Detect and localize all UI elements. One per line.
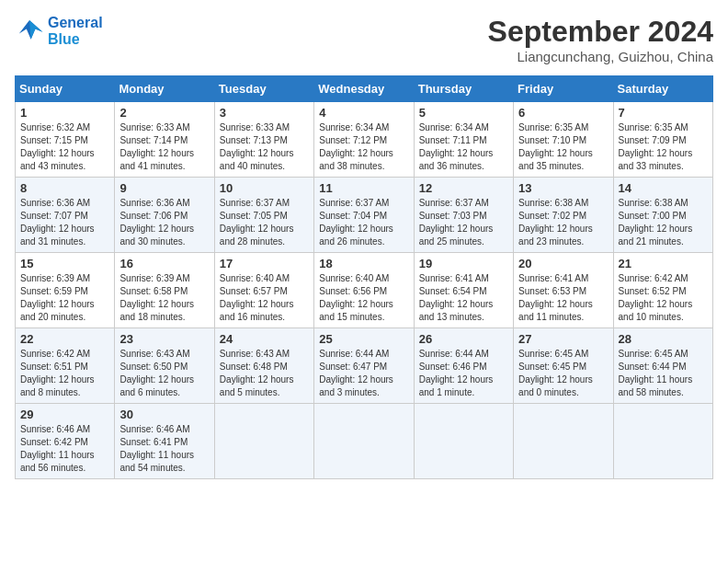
sunrise-label: Sunrise: 6:35 AM [518, 122, 588, 132]
day-info: Sunrise: 6:43 AM Sunset: 6:48 PM Dayligh… [220, 348, 309, 399]
sunset-label: Sunset: 7:05 PM [220, 211, 288, 221]
calendar-day: 27 Sunrise: 6:45 AM Sunset: 6:45 PM Dayl… [514, 328, 613, 404]
day-info: Sunrise: 6:43 AM Sunset: 6:50 PM Dayligh… [119, 348, 209, 399]
sunset-label: Sunset: 7:15 PM [20, 135, 88, 145]
calendar-day: 19 Sunrise: 6:41 AM Sunset: 6:54 PM Dayl… [414, 253, 513, 328]
sunrise-label: Sunrise: 6:42 AM [619, 273, 688, 283]
sunrise-label: Sunrise: 6:35 AM [619, 122, 688, 132]
header-friday: Friday [514, 76, 613, 102]
location-subtitle: Liangcunchang, Guizhou, China [488, 49, 713, 64]
calendar-day: 30 Sunrise: 6:46 AM Sunset: 6:41 PM Dayl… [115, 404, 214, 479]
calendar-day: 7 Sunrise: 6:35 AM Sunset: 7:09 PM Dayli… [613, 102, 712, 178]
sunrise-label: Sunrise: 6:40 AM [220, 273, 290, 283]
daylight-label: Daylight: 12 hours and 18 minutes. [119, 299, 194, 322]
daylight-label: Daylight: 12 hours and 38 minutes. [319, 148, 393, 171]
calendar-day: 8 Sunrise: 6:36 AM Sunset: 7:07 PM Dayli… [16, 178, 115, 253]
weekday-header-row: Sunday Monday Tuesday Wednesday Thursday… [16, 76, 713, 102]
sunrise-label: Sunrise: 6:42 AM [20, 349, 90, 359]
day-info: Sunrise: 6:38 AM Sunset: 7:00 PM Dayligh… [619, 197, 708, 248]
sunset-label: Sunset: 6:48 PM [220, 362, 288, 372]
sunset-label: Sunset: 6:47 PM [319, 362, 387, 372]
daylight-label: Daylight: 12 hours and 11 minutes. [518, 299, 593, 322]
day-info: Sunrise: 6:33 AM Sunset: 7:14 PM Dayligh… [119, 121, 209, 173]
day-info: Sunrise: 6:44 AM Sunset: 6:47 PM Dayligh… [319, 348, 408, 399]
day-number: 25 [319, 332, 408, 346]
daylight-label: Daylight: 12 hours and 20 minutes. [20, 299, 95, 322]
sunset-label: Sunset: 7:12 PM [319, 135, 387, 145]
day-info: Sunrise: 6:37 AM Sunset: 7:04 PM Dayligh… [319, 197, 408, 248]
day-number: 28 [619, 332, 708, 346]
day-number: 3 [220, 106, 309, 120]
calendar-day: 13 Sunrise: 6:38 AM Sunset: 7:02 PM Dayl… [514, 178, 613, 253]
sunset-label: Sunset: 6:42 PM [20, 437, 88, 447]
sunset-label: Sunset: 6:58 PM [119, 286, 188, 296]
day-number: 17 [220, 257, 309, 270]
logo-text: General Blue [48, 15, 103, 47]
daylight-label: Daylight: 11 hours and 54 minutes. [119, 450, 194, 473]
daylight-label: Daylight: 12 hours and 33 minutes. [619, 148, 693, 171]
sunset-label: Sunset: 6:56 PM [319, 286, 387, 296]
day-number: 27 [518, 332, 608, 346]
sunrise-label: Sunrise: 6:43 AM [119, 349, 189, 359]
day-info: Sunrise: 6:37 AM Sunset: 7:03 PM Dayligh… [419, 197, 508, 248]
header-thursday: Thursday [414, 76, 513, 102]
daylight-label: Daylight: 12 hours and 25 minutes. [419, 224, 494, 247]
month-title: September 2024 [488, 15, 713, 49]
calendar-day [414, 404, 513, 479]
calendar-day [613, 404, 712, 479]
sunrise-label: Sunrise: 6:43 AM [220, 349, 290, 359]
sunrise-label: Sunrise: 6:41 AM [419, 273, 489, 283]
day-info: Sunrise: 6:44 AM Sunset: 6:46 PM Dayligh… [419, 348, 508, 399]
day-info: Sunrise: 6:35 AM Sunset: 7:10 PM Dayligh… [518, 121, 608, 173]
daylight-label: Daylight: 12 hours and 10 minutes. [619, 299, 693, 322]
sunset-label: Sunset: 7:02 PM [518, 211, 586, 221]
day-number: 13 [518, 181, 608, 195]
calendar-day: 20 Sunrise: 6:41 AM Sunset: 6:53 PM Dayl… [514, 253, 613, 328]
calendar-week-row: 1 Sunrise: 6:32 AM Sunset: 7:15 PM Dayli… [16, 102, 713, 178]
sunset-label: Sunset: 6:41 PM [119, 437, 188, 447]
day-number: 9 [119, 181, 209, 195]
sunset-label: Sunset: 6:53 PM [518, 286, 586, 296]
calendar-day: 14 Sunrise: 6:38 AM Sunset: 7:00 PM Dayl… [613, 178, 712, 253]
sunset-label: Sunset: 7:14 PM [119, 135, 188, 145]
sunrise-label: Sunrise: 6:41 AM [518, 273, 588, 283]
sunset-label: Sunset: 7:09 PM [619, 135, 687, 145]
day-number: 1 [20, 106, 109, 120]
sunset-label: Sunset: 6:46 PM [419, 362, 487, 372]
day-number: 7 [619, 106, 708, 120]
daylight-label: Daylight: 12 hours and 21 minutes. [619, 224, 693, 247]
sunrise-label: Sunrise: 6:44 AM [319, 349, 389, 359]
day-number: 4 [319, 106, 408, 120]
day-info: Sunrise: 6:41 AM Sunset: 6:53 PM Dayligh… [518, 272, 608, 324]
calendar-week-row: 22 Sunrise: 6:42 AM Sunset: 6:51 PM Dayl… [16, 328, 713, 404]
sunrise-label: Sunrise: 6:38 AM [518, 198, 588, 208]
logo: General Blue [15, 15, 103, 47]
header-sunday: Sunday [16, 76, 115, 102]
day-info: Sunrise: 6:39 AM Sunset: 6:58 PM Dayligh… [119, 272, 209, 324]
calendar-day: 23 Sunrise: 6:43 AM Sunset: 6:50 PM Dayl… [115, 328, 214, 404]
day-number: 20 [518, 257, 608, 270]
sunset-label: Sunset: 7:10 PM [518, 135, 586, 145]
day-number: 10 [220, 181, 309, 195]
calendar-day: 5 Sunrise: 6:34 AM Sunset: 7:11 PM Dayli… [414, 102, 513, 178]
sunset-label: Sunset: 6:59 PM [20, 286, 88, 296]
day-number: 5 [419, 106, 508, 120]
calendar-day: 6 Sunrise: 6:35 AM Sunset: 7:10 PM Dayli… [514, 102, 613, 178]
day-number: 23 [119, 332, 209, 346]
sunrise-label: Sunrise: 6:44 AM [419, 349, 489, 359]
sunset-label: Sunset: 7:11 PM [419, 135, 487, 145]
calendar-day: 17 Sunrise: 6:40 AM Sunset: 6:57 PM Dayl… [214, 253, 313, 328]
page-header: General Blue September 2024 Liangcunchan… [15, 15, 713, 64]
sunrise-label: Sunrise: 6:33 AM [119, 122, 189, 132]
daylight-label: Daylight: 12 hours and 28 minutes. [220, 224, 294, 247]
day-info: Sunrise: 6:34 AM Sunset: 7:12 PM Dayligh… [319, 121, 408, 173]
calendar-day: 10 Sunrise: 6:37 AM Sunset: 7:05 PM Dayl… [214, 178, 313, 253]
day-info: Sunrise: 6:36 AM Sunset: 7:06 PM Dayligh… [119, 197, 209, 248]
daylight-label: Daylight: 12 hours and 15 minutes. [319, 299, 393, 322]
sunrise-label: Sunrise: 6:34 AM [419, 122, 489, 132]
sunrise-label: Sunrise: 6:32 AM [20, 122, 90, 132]
day-info: Sunrise: 6:40 AM Sunset: 6:56 PM Dayligh… [319, 272, 408, 324]
sunrise-label: Sunrise: 6:37 AM [319, 198, 389, 208]
calendar-day: 12 Sunrise: 6:37 AM Sunset: 7:03 PM Dayl… [414, 178, 513, 253]
day-number: 21 [619, 257, 708, 270]
